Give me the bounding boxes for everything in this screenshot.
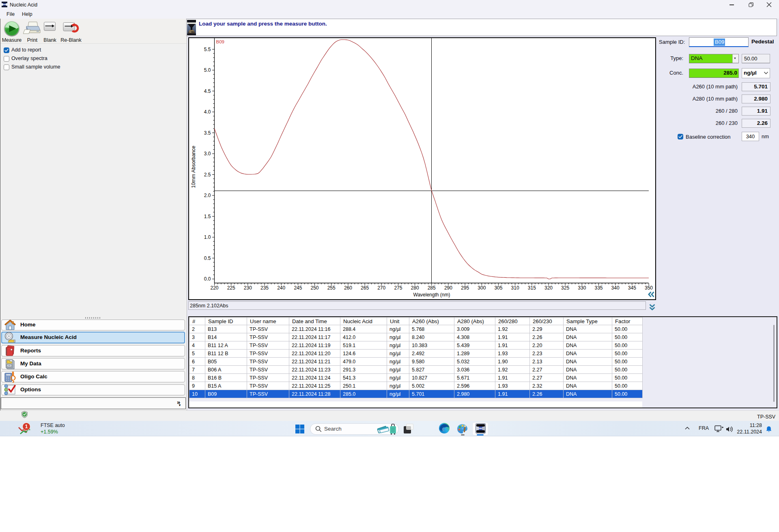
svg-text:1.0: 1.0 <box>204 234 211 240</box>
svg-text:0.0: 0.0 <box>204 276 211 282</box>
svg-text:2.0: 2.0 <box>204 193 211 198</box>
svg-text:265: 265 <box>361 285 369 291</box>
svg-text:310: 310 <box>511 285 519 291</box>
svg-text:250: 250 <box>310 285 318 291</box>
svg-text:330: 330 <box>578 285 586 291</box>
svg-text:230: 230 <box>244 285 252 291</box>
svg-text:225: 225 <box>227 285 235 291</box>
svg-text:5.0: 5.0 <box>204 67 211 73</box>
svg-text:1.5: 1.5 <box>204 214 211 219</box>
svg-text:325: 325 <box>561 285 569 291</box>
svg-text:220: 220 <box>210 285 218 291</box>
svg-text:245: 245 <box>294 285 302 291</box>
svg-text:255: 255 <box>327 285 336 291</box>
svg-text:335: 335 <box>594 285 603 291</box>
svg-text:290: 290 <box>444 285 452 291</box>
svg-text:345: 345 <box>628 285 636 291</box>
svg-text:235: 235 <box>260 285 269 291</box>
svg-text:4.5: 4.5 <box>204 88 211 94</box>
svg-text:260: 260 <box>344 285 352 291</box>
svg-text:300: 300 <box>478 285 486 291</box>
svg-text:3.5: 3.5 <box>204 130 211 136</box>
svg-text:4.0: 4.0 <box>204 109 211 115</box>
svg-text:315: 315 <box>528 285 536 291</box>
svg-text:Wavelength (nm): Wavelength (nm) <box>413 292 450 298</box>
svg-text:5.5: 5.5 <box>204 47 211 52</box>
svg-text:240: 240 <box>277 285 285 291</box>
svg-text:2.5: 2.5 <box>204 172 211 178</box>
svg-text:305: 305 <box>494 285 502 291</box>
svg-text:270: 270 <box>377 285 385 291</box>
svg-text:0.5: 0.5 <box>204 255 211 261</box>
svg-text:340: 340 <box>611 285 620 291</box>
svg-text:350: 350 <box>645 285 653 291</box>
svg-text:275: 275 <box>394 285 402 291</box>
svg-text:320: 320 <box>544 285 553 291</box>
svg-text:280: 280 <box>411 285 419 291</box>
svg-text:3.0: 3.0 <box>204 151 211 157</box>
svg-text:285: 285 <box>428 285 436 291</box>
svg-text:B09: B09 <box>216 39 224 44</box>
svg-text:295: 295 <box>461 285 469 291</box>
